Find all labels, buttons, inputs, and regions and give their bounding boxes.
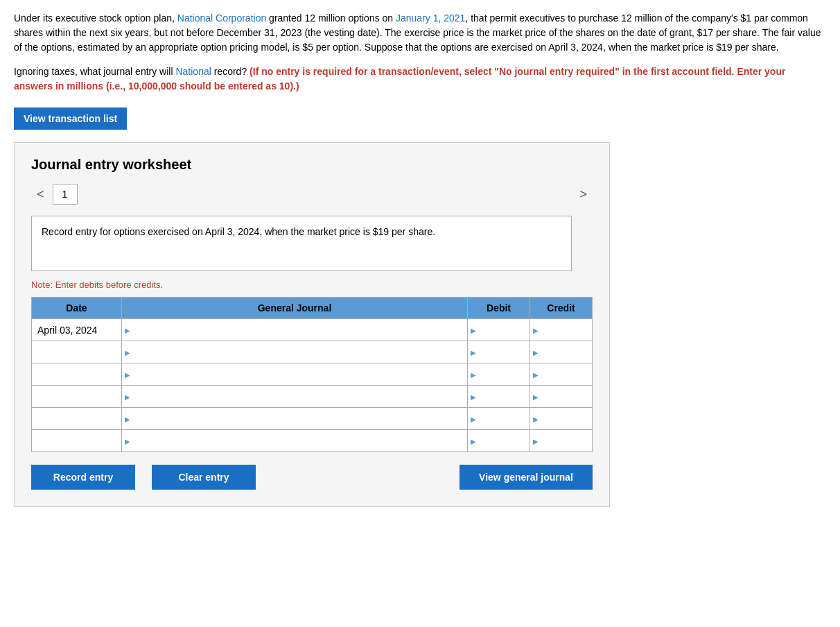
table-row	[32, 386, 593, 408]
prev-page-button[interactable]: <	[31, 184, 50, 205]
debit-cell-0[interactable]	[468, 319, 530, 341]
gj-cell-0[interactable]	[122, 319, 468, 341]
debit-cell-1[interactable]	[468, 341, 530, 363]
credit-cell-3[interactable]	[530, 386, 593, 408]
date-cell-3[interactable]	[32, 386, 122, 408]
journal-table: Date General Journal Debit Credit April …	[31, 297, 593, 452]
credit-cell-2[interactable]	[530, 363, 593, 386]
debit-cell-2[interactable]	[468, 363, 530, 386]
date-cell-1[interactable]	[32, 341, 122, 363]
date-cell-2[interactable]	[32, 363, 122, 386]
credit-cell-0[interactable]	[530, 319, 593, 341]
debit-cell-5[interactable]	[468, 430, 530, 452]
entry-description: Record entry for options exercised on Ap…	[31, 216, 572, 271]
record-entry-button[interactable]: Record entry	[31, 465, 135, 490]
clear-entry-button[interactable]: Clear entry	[152, 465, 256, 490]
col-header-date: Date	[32, 298, 122, 319]
action-buttons-row: Record entry Clear entry View general jo…	[31, 465, 593, 490]
view-transaction-button[interactable]: View transaction list	[14, 108, 127, 130]
date-cell-4[interactable]	[32, 408, 122, 430]
col-header-general-journal: General Journal	[122, 298, 468, 319]
col-header-credit: Credit	[530, 298, 593, 319]
gj-cell-1[interactable]	[122, 341, 468, 363]
worksheet-container: Journal entry worksheet < 1 > Record ent…	[14, 142, 610, 507]
next-page-button[interactable]: >	[574, 184, 593, 205]
view-general-journal-button[interactable]: View general journal	[460, 465, 593, 490]
date-cell-5[interactable]	[32, 430, 122, 452]
debit-cell-3[interactable]	[468, 386, 530, 408]
gj-cell-4[interactable]	[122, 408, 468, 430]
worksheet-title: Journal entry worksheet	[31, 157, 593, 173]
date-cell-0: April 03, 2024	[32, 319, 122, 341]
debit-cell-4[interactable]	[468, 408, 530, 430]
page-number: 1	[53, 184, 78, 205]
nav-row: < 1 >	[31, 184, 593, 205]
table-row	[32, 341, 593, 363]
credit-cell-1[interactable]	[530, 341, 593, 363]
table-row	[32, 408, 593, 430]
table-row	[32, 430, 593, 452]
col-header-debit: Debit	[468, 298, 530, 319]
credit-cell-5[interactable]	[530, 430, 593, 452]
gj-cell-5[interactable]	[122, 430, 468, 452]
note-text: Note: Enter debits before credits.	[31, 280, 593, 290]
gj-cell-3[interactable]	[122, 386, 468, 408]
credit-cell-4[interactable]	[530, 408, 593, 430]
gj-cell-2[interactable]	[122, 363, 468, 386]
table-row	[32, 363, 593, 386]
table-row: April 03, 2024	[32, 319, 593, 341]
intro-paragraph: Under its executive stock option plan, N…	[14, 11, 826, 55]
question-text: Ignoring taxes, what journal entry will …	[14, 65, 826, 94]
